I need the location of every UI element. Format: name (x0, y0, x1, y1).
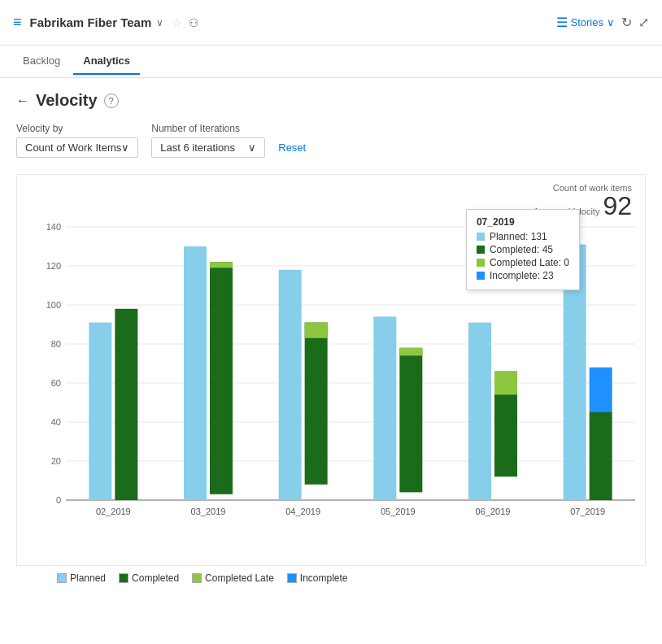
legend-item-planned: Planned (57, 572, 106, 584)
legend-swatch-incomplete (287, 573, 297, 583)
svg-text:05_2019: 05_2019 (381, 507, 416, 516)
iterations-chevron-icon: ∨ (248, 141, 256, 154)
page-title: Velocity (36, 91, 98, 110)
tooltip-swatch (477, 233, 485, 241)
svg-text:140: 140 (46, 222, 61, 232)
tooltip-swatch (477, 259, 485, 267)
svg-text:03_2019: 03_2019 (191, 507, 226, 516)
svg-text:06_2019: 06_2019 (476, 507, 511, 516)
svg-rect-17 (115, 309, 137, 500)
team-title: Fabrikam Fiber Team (30, 15, 152, 29)
svg-text:04_2019: 04_2019 (285, 507, 320, 516)
nav-tabs: Backlog Analytics (0, 46, 662, 78)
tooltip-row: Completed Late: 0 (477, 257, 569, 268)
legend-label-completed_late: Completed Late (205, 572, 274, 584)
legend-swatch-completed (119, 573, 128, 583)
velocity-by-filter: Velocity by Count of Work Items ∨ (16, 123, 138, 158)
tooltip-row: Completed: 45 (477, 244, 569, 255)
tab-backlog[interactable]: Backlog (13, 48, 70, 75)
page-title-row: ← Velocity ? (16, 91, 646, 110)
filters-row: Velocity by Count of Work Items ∨ Number… (16, 123, 646, 158)
svg-rect-19 (184, 246, 207, 500)
svg-text:40: 40 (51, 417, 61, 427)
tooltip-row-label: Incomplete: 23 (490, 270, 554, 281)
stories-icon: ☰ (556, 15, 568, 30)
legend-item-completed: Completed (119, 572, 179, 584)
stories-button[interactable]: ☰ Stories ∨ (556, 15, 615, 30)
tooltip-swatch (477, 272, 485, 280)
iterations-label: Number of Iterations (151, 123, 265, 134)
velocity-by-select[interactable]: Count of Work Items ∨ (16, 137, 138, 158)
tab-analytics[interactable]: Analytics (73, 48, 140, 75)
velocity-by-value: Count of Work Items (25, 141, 121, 154)
chart-legend: PlannedCompletedCompleted LateIncomplete (16, 566, 646, 584)
favorite-icon[interactable]: ☆ (172, 16, 182, 29)
reset-button[interactable]: Reset (278, 141, 306, 154)
legend-item-completed_late: Completed Late (192, 572, 274, 584)
tooltip-row-label: Completed: 45 (490, 244, 553, 255)
svg-rect-24 (305, 323, 328, 485)
svg-rect-25 (305, 323, 328, 338)
svg-rect-21 (210, 262, 233, 268)
tooltip-row: Planned: 131 (477, 231, 569, 242)
svg-text:0: 0 (56, 495, 61, 505)
svg-text:80: 80 (51, 339, 61, 349)
help-icon[interactable]: ? (104, 94, 119, 108)
velocity-value: 92 (603, 193, 632, 219)
svg-rect-16 (89, 323, 111, 500)
header-actions: ☰ Stories ∨ ↻ ⤢ (556, 15, 649, 30)
legend-swatch-completed_late (192, 573, 202, 583)
svg-rect-36 (590, 412, 612, 500)
tooltip-title: 07_2019 (477, 216, 569, 228)
chart-container: Count of work items Average Velocity 92 … (16, 174, 646, 566)
svg-rect-37 (590, 368, 612, 412)
team-chevron-icon[interactable]: ∨ (156, 17, 163, 28)
svg-rect-23 (279, 270, 302, 500)
svg-text:100: 100 (46, 300, 61, 310)
stories-chevron-icon: ∨ (607, 16, 615, 28)
stories-label: Stories (571, 16, 603, 28)
svg-text:07_2019: 07_2019 (570, 507, 605, 516)
tooltip-row: Incomplete: 23 (477, 270, 569, 281)
header: ≡ Fabrikam Fiber Team ∨ ☆ ⚇ ☰ Stories ∨ … (0, 0, 662, 46)
svg-rect-20 (210, 262, 233, 494)
svg-rect-33 (494, 372, 517, 395)
legend-label-incomplete: Incomplete (300, 572, 348, 584)
svg-text:60: 60 (51, 378, 61, 388)
app-icon: ≡ (13, 14, 22, 31)
velocity-by-label: Velocity by (16, 123, 138, 134)
svg-rect-29 (399, 348, 422, 356)
legend-swatch-planned (57, 573, 67, 583)
svg-rect-28 (399, 348, 422, 493)
legend-item-incomplete: Incomplete (287, 572, 348, 584)
svg-text:20: 20 (51, 456, 61, 466)
svg-rect-31 (468, 323, 491, 500)
legend-label-planned: Planned (70, 572, 106, 584)
svg-rect-27 (373, 316, 396, 500)
tooltip-swatch (477, 246, 485, 254)
legend-label-completed: Completed (132, 572, 179, 584)
iterations-select[interactable]: Last 6 iterations ∨ (151, 137, 265, 158)
velocity-by-chevron-icon: ∨ (121, 141, 129, 154)
iterations-value: Last 6 iterations (160, 141, 235, 154)
svg-text:120: 120 (46, 261, 61, 271)
team-members-icon[interactable]: ⚇ (189, 16, 199, 29)
expand-button[interactable]: ⤢ (638, 15, 649, 30)
back-button[interactable]: ← (16, 94, 29, 108)
main-content: ← Velocity ? Velocity by Count of Work I… (0, 78, 662, 597)
tooltip-row-label: Planned: 131 (490, 231, 547, 242)
svg-text:02_2019: 02_2019 (96, 507, 131, 516)
tooltip-row-label: Completed Late: 0 (490, 257, 569, 268)
iterations-filter: Number of Iterations Last 6 iterations ∨ (151, 123, 265, 158)
chart-tooltip: 07_2019 Planned: 131Completed: 45Complet… (466, 209, 580, 290)
refresh-button[interactable]: ↻ (621, 15, 632, 30)
